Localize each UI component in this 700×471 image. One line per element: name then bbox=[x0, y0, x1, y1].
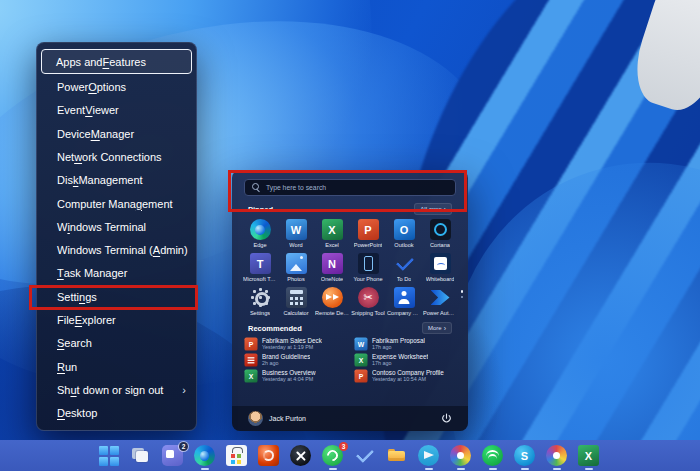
taskbar-xbox-button[interactable] bbox=[290, 445, 311, 466]
taskbar-store-button[interactable] bbox=[226, 445, 247, 466]
menu-item-apps-and-features[interactable]: Apps and Features bbox=[41, 49, 192, 74]
photos-icon bbox=[450, 445, 471, 466]
menu-item-network-connections[interactable]: Network Connections bbox=[37, 145, 196, 168]
taskbar-task-view-button[interactable] bbox=[130, 445, 151, 466]
menu-item-task-manager[interactable]: Task Manager bbox=[37, 262, 196, 285]
pinned-app-calculator[interactable]: Calculator bbox=[278, 286, 314, 317]
recommended-item-brand-guidelines[interactable]: Brand Guidelines2h ago bbox=[244, 353, 346, 366]
menu-item-disk-management[interactable]: Disk Management bbox=[37, 169, 196, 192]
file-excel-icon bbox=[244, 369, 257, 382]
recommended-item-title: Fabrikam Sales Deck bbox=[262, 337, 322, 344]
recommended-item-fabrikam-sales-deck[interactable]: Fabrikam Sales DeckYesterday at 1:19 PM bbox=[244, 337, 346, 350]
menu-item-label-post: ndows Terminal bbox=[70, 221, 146, 233]
menu-item-label-accel: w bbox=[74, 151, 82, 163]
menu-item-label-pre: Sh bbox=[57, 384, 70, 396]
menu-item-run[interactable]: Run bbox=[37, 355, 196, 378]
menu-item-power-options[interactable]: Power Options bbox=[37, 75, 196, 98]
taskbar-spotify-button[interactable] bbox=[482, 445, 503, 466]
menu-item-file-explorer[interactable]: File Explorer bbox=[37, 308, 196, 331]
menu-item-label-accel: E bbox=[75, 314, 82, 326]
recommended-item-title: Brand Guidelines bbox=[262, 353, 310, 360]
pinned-app-company-portal[interactable]: Company Portal bbox=[386, 286, 422, 317]
menu-item-label-pre: Windows Terminal ( bbox=[57, 244, 153, 256]
avatar bbox=[248, 411, 263, 426]
taskbar-excel-button[interactable] bbox=[578, 445, 599, 466]
recommended-item-meta: 17h ago bbox=[372, 360, 428, 366]
search-placeholder: Type here to search bbox=[266, 184, 326, 191]
paint-icon bbox=[546, 445, 567, 466]
taskbar-telegram-button[interactable] bbox=[418, 445, 439, 466]
menu-item-label-post: xplorer bbox=[82, 314, 116, 326]
taskbar-paint-button[interactable] bbox=[546, 445, 567, 466]
pinned-app-whiteboard[interactable]: Whiteboard bbox=[422, 252, 458, 283]
pinned-app-label: To Do bbox=[397, 276, 412, 282]
recommended-item-business-overview[interactable]: Business OverviewYesterday at 4:04 PM bbox=[244, 369, 346, 382]
pinned-app-outlook[interactable]: Outlook bbox=[386, 218, 422, 249]
pinned-app-label: PowerPoint bbox=[354, 242, 383, 248]
menu-item-label-accel: D bbox=[57, 407, 65, 419]
taskbar-start-button[interactable] bbox=[98, 445, 119, 466]
recommended-item-contoso-company-profile[interactable]: Contoso Company ProfileYesterday at 10:5… bbox=[354, 369, 456, 382]
menu-item-label-post: t down or sign out bbox=[77, 384, 164, 396]
recommended-file-icon bbox=[244, 353, 257, 366]
pinned-app-to-do[interactable]: To Do bbox=[386, 252, 422, 283]
all-apps-button[interactable]: All apps › bbox=[414, 203, 452, 215]
recommended-file-icon bbox=[354, 369, 367, 382]
recommended-grid: Fabrikam Sales DeckYesterday at 1:19 PMF… bbox=[232, 336, 468, 382]
pinned-app-powerpoint[interactable]: PowerPoint bbox=[350, 218, 386, 249]
menu-item-label-post: ask Manager bbox=[64, 267, 128, 279]
user-name: Jack Purton bbox=[269, 415, 306, 422]
store-icon bbox=[226, 445, 247, 466]
pinned-app-settings[interactable]: Settings bbox=[242, 286, 278, 317]
pinned-app-onenote[interactable]: OneNote bbox=[314, 252, 350, 283]
pinned-app-your-phone[interactable]: Your Phone bbox=[350, 252, 386, 283]
pinned-app-word[interactable]: Word bbox=[278, 218, 314, 249]
pinned-app-snipping-tool[interactable]: Snipping Tool bbox=[350, 286, 386, 317]
start-icon bbox=[98, 445, 119, 466]
menu-item-computer-management[interactable]: Computer Management bbox=[37, 192, 196, 215]
pinned-app-cortana[interactable]: Cortana bbox=[422, 218, 458, 249]
user-profile-button[interactable]: Jack Purton bbox=[248, 411, 306, 426]
menu-item-event-viewer[interactable]: Event Viewer bbox=[37, 99, 196, 122]
pinned-app-label: Cortana bbox=[430, 242, 450, 248]
pinned-app-excel[interactable]: Excel bbox=[314, 218, 350, 249]
pinned-app-remote-desktop[interactable]: Remote Desktop bbox=[314, 286, 350, 317]
more-button[interactable]: More › bbox=[422, 322, 452, 334]
taskbar-edge-button[interactable] bbox=[194, 445, 215, 466]
photos-app-icon bbox=[286, 253, 307, 274]
taskbar-whatsapp-button[interactable]: 3 bbox=[322, 445, 343, 466]
taskbar-todo-button[interactable] bbox=[354, 445, 375, 466]
pinned-scroll-dots[interactable] bbox=[461, 290, 464, 298]
pinned-app-label: Outlook bbox=[394, 242, 413, 248]
recommended-item-meta: Yesterday at 10:54 AM bbox=[372, 376, 444, 382]
menu-item-search[interactable]: Search bbox=[37, 332, 196, 355]
power-button[interactable] bbox=[441, 413, 452, 424]
taskbar-teams-chat-button[interactable]: 2 bbox=[162, 445, 183, 466]
submenu-chevron-icon: › bbox=[182, 384, 186, 396]
pinned-app-label: Word bbox=[289, 242, 302, 248]
todo-app-icon bbox=[394, 253, 415, 274]
menu-item-windows-terminal[interactable]: Windows Terminal bbox=[37, 215, 196, 238]
menu-item-settings[interactable]: Settings bbox=[37, 285, 196, 308]
recommended-item-expense-worksheet[interactable]: Expense Worksheet17h ago bbox=[354, 353, 456, 366]
recommended-file-icon bbox=[354, 337, 367, 350]
pinned-app-label: Edge bbox=[253, 242, 266, 248]
search-input[interactable]: Type here to search bbox=[244, 179, 456, 196]
menu-item-device-manager[interactable]: Device Manager bbox=[37, 122, 196, 145]
menu-item-desktop[interactable]: Desktop bbox=[37, 402, 196, 425]
taskbar-skype-button[interactable] bbox=[514, 445, 535, 466]
menu-item-label-pre: Apps and bbox=[56, 56, 102, 68]
pinned-app-power-automate[interactable]: Power Automate bbox=[422, 286, 458, 317]
file-ppt-icon bbox=[244, 337, 257, 350]
taskbar-photos-button[interactable] bbox=[450, 445, 471, 466]
file-pdf-icon bbox=[244, 353, 257, 366]
menu-item-windows-terminal-admin[interactable]: Windows Terminal (Admin) bbox=[37, 239, 196, 262]
pinned-app-edge[interactable]: Edge bbox=[242, 218, 278, 249]
pinned-app-photos[interactable]: Photos bbox=[278, 252, 314, 283]
taskbar-office-button[interactable] bbox=[258, 445, 279, 466]
taskbar-file-explorer-button[interactable] bbox=[386, 445, 407, 466]
menu-item-label-accel: S bbox=[57, 337, 64, 349]
recommended-item-fabrikam-proposal[interactable]: Fabrikam Proposal17h ago bbox=[354, 337, 456, 350]
menu-item-shut-down-or-sign-out[interactable]: Shut down or sign out› bbox=[37, 378, 196, 401]
pinned-app-microsoft-teams[interactable]: Microsoft Teams bbox=[242, 252, 278, 283]
